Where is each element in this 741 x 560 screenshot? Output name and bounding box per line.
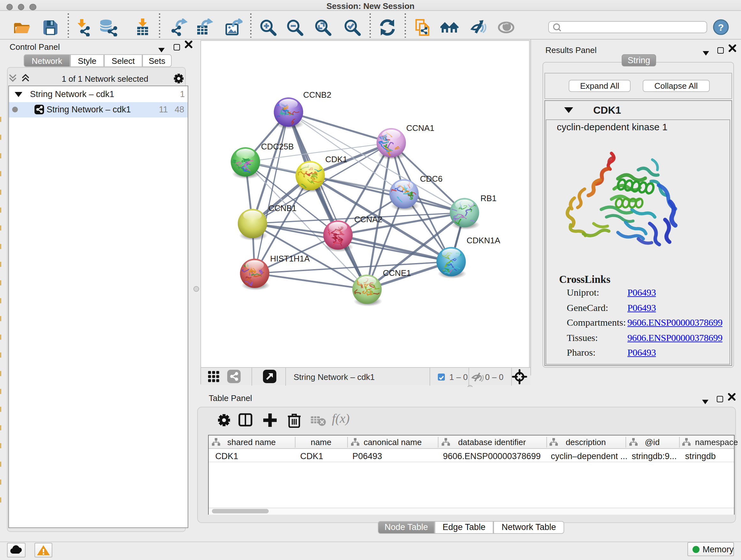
- svg-text:CDK1: CDK1: [325, 154, 347, 164]
- svg-text:CCNB1: CCNB1: [268, 203, 296, 212]
- svg-text:?: ?: [718, 22, 724, 33]
- svg-text:HIST1H1A: HIST1H1A: [270, 253, 310, 263]
- svg-text:CCNB2: CCNB2: [303, 90, 331, 99]
- svg-text:CDC25B: CDC25B: [261, 141, 294, 151]
- svg-text:RB1: RB1: [480, 193, 496, 203]
- svg-text:CDKN1A: CDKN1A: [467, 235, 500, 245]
- svg-text:CDC6: CDC6: [420, 174, 443, 183]
- svg-text:CCNE1: CCNE1: [383, 268, 411, 277]
- svg-text:CCNA1: CCNA1: [406, 123, 434, 132]
- svg-text:CCNA2: CCNA2: [354, 214, 382, 224]
